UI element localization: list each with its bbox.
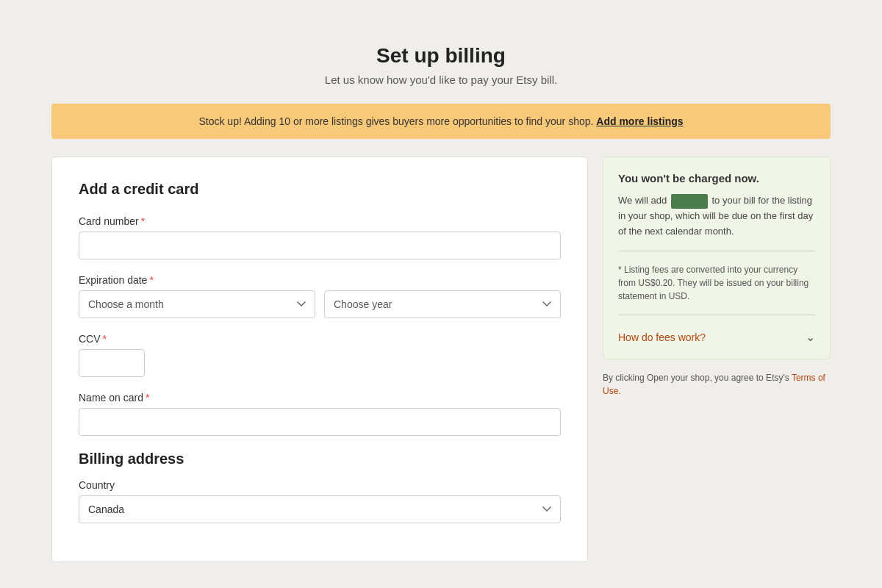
terms-prefix: By clicking Open your shop, you agree to… xyxy=(603,373,789,383)
expiration-label: Expiration date* xyxy=(79,274,561,286)
ccv-group: CCV* xyxy=(79,333,561,377)
info-card-title: You won't be charged now. xyxy=(618,172,815,184)
name-input[interactable] xyxy=(79,408,561,436)
page-subtitle: Let us know how you'd like to pay your E… xyxy=(51,74,831,86)
add-listings-link[interactable]: Add more listings xyxy=(596,115,683,127)
fees-link-label: How do fees work? xyxy=(618,331,706,343)
required-star: * xyxy=(141,215,145,227)
expiration-group: Expiration date* Choose a month JanuaryF… xyxy=(79,274,561,318)
country-select[interactable]: Canada United States United Kingdom xyxy=(79,495,561,523)
page-container: Set up billing Let us know how you'd lik… xyxy=(37,15,845,588)
info-card-text: We will add to your bill for the listing… xyxy=(618,193,815,239)
credit-card-section-title: Add a credit card xyxy=(79,181,561,198)
blurred-amount xyxy=(671,194,708,209)
year-select[interactable]: Choose year 2024202520262027202820292030… xyxy=(324,290,561,318)
name-label: Name on card* xyxy=(79,392,561,404)
name-group: Name on card* xyxy=(79,392,561,436)
terms-text: By clicking Open your shop, you agree to… xyxy=(603,371,831,398)
ccv-label: CCV* xyxy=(79,333,561,345)
fees-link[interactable]: How do fees work? ⌄ xyxy=(618,327,815,344)
divider-2 xyxy=(618,315,815,315)
divider-1 xyxy=(618,251,815,251)
expiry-row: Choose a month JanuaryFebruaryMarchApril… xyxy=(79,290,561,318)
card-number-input[interactable] xyxy=(79,232,561,259)
info-card: You won't be charged now. We will add to… xyxy=(603,157,831,359)
country-label: Country xyxy=(79,479,561,491)
card-number-label: Card number* xyxy=(79,215,561,227)
chevron-down-icon: ⌄ xyxy=(806,330,815,344)
fees-note: * Listing fees are converted into your c… xyxy=(618,263,815,303)
main-content: Add a credit card Card number* Expiratio… xyxy=(51,157,831,562)
page-title: Set up billing xyxy=(51,44,831,68)
country-group: Country Canada United States United King… xyxy=(79,479,561,523)
banner-text: Stock up! Adding 10 or more listings giv… xyxy=(198,115,593,127)
billing-section-title: Billing address xyxy=(79,451,561,467)
required-star-3: * xyxy=(103,333,107,345)
required-star-4: * xyxy=(146,392,149,404)
ccv-input[interactable] xyxy=(79,349,145,377)
info-text-part1: We will add xyxy=(618,195,667,206)
required-star-2: * xyxy=(149,274,153,286)
sidebar: You won't be charged now. We will add to… xyxy=(603,157,831,398)
month-select[interactable]: Choose a month JanuaryFebruaryMarchApril… xyxy=(79,290,315,318)
card-number-group: Card number* xyxy=(79,215,561,259)
promo-banner: Stock up! Adding 10 or more listings giv… xyxy=(51,104,831,139)
form-card: Add a credit card Card number* Expiratio… xyxy=(51,157,588,562)
